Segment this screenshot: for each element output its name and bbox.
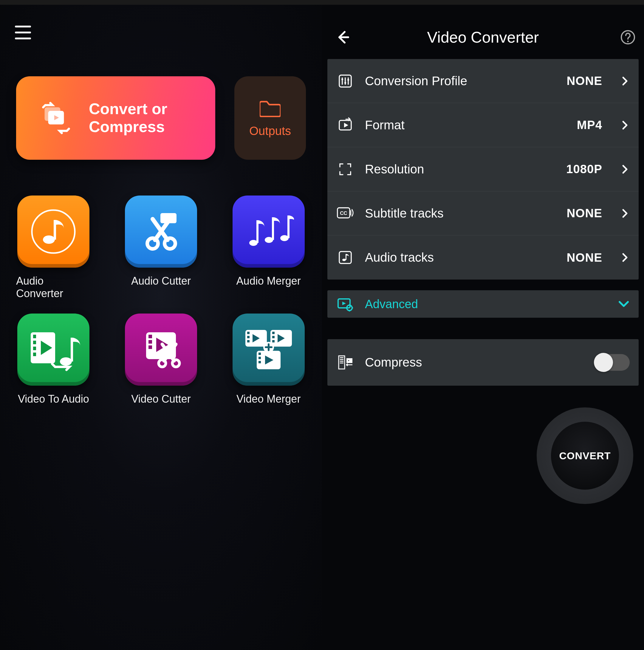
- svg-point-54: [347, 79, 349, 81]
- scissors-icon: [125, 195, 197, 267]
- cc-icon: CC: [336, 205, 354, 222]
- multi-music-icon: [233, 195, 305, 267]
- svg-rect-14: [287, 215, 290, 238]
- setting-value: NONE: [567, 74, 602, 87]
- setting-value: MP4: [577, 118, 602, 132]
- svg-point-21: [60, 357, 72, 366]
- svg-rect-24: [148, 335, 152, 338]
- svg-text:CC: CC: [340, 210, 347, 216]
- svg-rect-41: [272, 336, 275, 338]
- tool-label: Audio Cutter: [131, 275, 191, 287]
- tool-audio-cutter[interactable]: Audio Cutter: [124, 195, 199, 300]
- svg-marker-63: [342, 301, 346, 305]
- setting-label: Audio tracks: [365, 250, 556, 265]
- convert-button[interactable]: CONVERT: [537, 407, 633, 504]
- svg-rect-40: [272, 332, 275, 334]
- setting-label: Resolution: [365, 162, 555, 176]
- chevron-down-icon: [618, 299, 630, 309]
- video-to-audio-icon: [17, 314, 90, 386]
- svg-rect-5: [54, 220, 56, 240]
- svg-rect-10: [257, 220, 259, 243]
- chevron-right-icon: [620, 209, 630, 218]
- svg-rect-16: [33, 335, 36, 338]
- svg-rect-45: [259, 361, 261, 363]
- svg-rect-12: [272, 217, 274, 240]
- play-arrow-icon: [336, 116, 354, 134]
- setting-row-format[interactable]: FormatMP4: [327, 103, 639, 147]
- hamburger-bar: [15, 38, 31, 39]
- video-scissors-icon: [125, 314, 197, 386]
- setting-row-resolution[interactable]: Resolution1080P: [327, 147, 639, 191]
- svg-rect-39: [247, 340, 249, 342]
- folder-icon: [260, 99, 280, 117]
- back-button[interactable]: [335, 29, 351, 46]
- tool-video-cutter[interactable]: Video Cutter: [124, 314, 199, 405]
- svg-rect-37: [247, 332, 249, 334]
- svg-point-50: [341, 78, 343, 80]
- setting-value: NONE: [567, 207, 602, 220]
- expand-icon: [336, 160, 354, 178]
- setting-label: Format: [365, 118, 566, 132]
- svg-point-13: [280, 235, 289, 241]
- compress-row: Compress: [327, 339, 639, 386]
- tool-video-to-audio[interactable]: Video To Audio: [16, 314, 91, 405]
- advanced-icon: [336, 295, 354, 313]
- setting-label: Conversion Profile: [365, 74, 556, 88]
- video-merge-icon: [233, 314, 305, 386]
- tool-audio-converter[interactable]: Audio Converter: [16, 195, 91, 300]
- compress-toggle[interactable]: [594, 354, 630, 371]
- setting-row-audio[interactable]: Audio tracksNONE: [327, 236, 639, 280]
- svg-rect-61: [345, 254, 346, 260]
- menu-button[interactable]: [15, 26, 33, 39]
- svg-rect-2: [45, 107, 61, 121]
- svg-point-3: [32, 210, 75, 253]
- help-button[interactable]: [620, 30, 636, 45]
- music-mini-icon: [336, 249, 354, 266]
- toggle-knob: [594, 353, 613, 372]
- tool-label: Audio Converter: [16, 275, 91, 300]
- svg-point-60: [342, 259, 346, 261]
- tool-label: Video Merger: [236, 393, 301, 405]
- setting-row-profile[interactable]: Conversion ProfileNONE: [327, 59, 639, 103]
- tool-label: Video Cutter: [131, 393, 191, 405]
- outputs-card[interactable]: Outputs: [234, 76, 306, 160]
- chevron-right-icon: [620, 76, 630, 86]
- svg-rect-59: [339, 252, 351, 263]
- chevron-right-icon: [620, 253, 630, 262]
- setting-value: 1080P: [566, 162, 602, 176]
- tool-audio-merger[interactable]: Audio Merger: [231, 195, 306, 300]
- setting-label: Subtitle tracks: [365, 206, 556, 221]
- setting-value: NONE: [567, 251, 602, 264]
- outputs-label: Outputs: [249, 124, 291, 138]
- svg-point-11: [265, 237, 273, 243]
- svg-rect-38: [247, 336, 249, 338]
- advanced-label: Advanced: [365, 297, 607, 311]
- svg-rect-18: [33, 347, 36, 350]
- svg-rect-43: [259, 353, 261, 355]
- page-title: Video Converter: [322, 28, 644, 46]
- svg-rect-42: [272, 340, 275, 342]
- svg-marker-56: [344, 123, 348, 128]
- setting-row-subtitles[interactable]: CCSubtitle tracksNONE: [327, 191, 639, 236]
- convert-button-label: CONVERT: [551, 422, 619, 490]
- tool-label: Audio Merger: [236, 275, 301, 287]
- tool-label: Video To Audio: [18, 393, 89, 405]
- advanced-row[interactable]: Advanced: [327, 290, 639, 318]
- tool-video-merger[interactable]: Video Merger: [231, 314, 306, 405]
- svg-rect-25: [148, 340, 152, 344]
- music-note-icon: [17, 195, 90, 267]
- svg-rect-17: [33, 341, 36, 344]
- compress-icon: [336, 354, 354, 371]
- svg-point-4: [43, 236, 55, 244]
- convert-compress-label: Convert or Compress: [89, 100, 167, 136]
- chevron-right-icon: [620, 120, 630, 130]
- svg-rect-44: [259, 357, 261, 359]
- svg-point-52: [344, 82, 346, 84]
- svg-rect-19: [33, 353, 36, 356]
- hamburger-bar: [15, 32, 31, 33]
- svg-rect-22: [71, 338, 73, 362]
- svg-point-9: [249, 240, 258, 246]
- sliders-icon: [336, 72, 354, 90]
- convert-compress-card[interactable]: Convert or Compress: [16, 76, 215, 160]
- hamburger-bar: [15, 26, 31, 27]
